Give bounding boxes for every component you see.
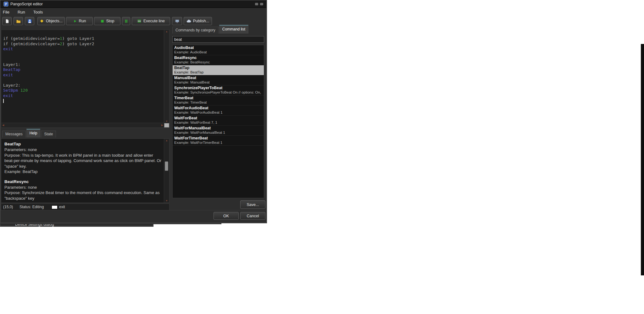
command-name: WaitForBeat [174,116,262,121]
pangoscript-editor-window: PangoScript editor FileRunTools Objects.… [0,0,267,223]
command-example: Example: AudioBeat [174,50,262,54]
editor-bottom-tab[interactable]: State [41,131,56,138]
scrollbar-corner-thumb[interactable] [164,123,169,127]
scroll-down-icon[interactable]: ▼ [164,199,169,203]
command-list-item[interactable]: WaitForTimerBeat Example: WaitForTimerBe… [173,136,264,146]
editor-status-bar: (15,0) Status: Editing exit [1,203,169,210]
command-list-item[interactable]: ManualBeat Example: ManualBeat [173,75,264,85]
save-command-button[interactable]: Save... [240,200,265,209]
footer-divider [0,210,267,210]
window-buttons[interactable] [255,3,263,5]
stop-button[interactable]: Stop [94,17,120,25]
command-list-item[interactable]: WaitForManualBeat Example: WaitForManual… [173,126,264,136]
window-title: PangoScript editor [10,2,43,6]
menu-bar: FileRunTools [0,8,43,15]
execute-line-button[interactable]: Execute line [132,17,170,25]
cursor-word: exit [59,205,65,209]
command-panel-tab[interactable]: Commands by category [172,27,219,34]
command-reference-panel: Commands by categoryCommand list AudioBe… [172,25,265,198]
save-button[interactable] [25,17,34,25]
command-list-item[interactable]: SynchronizePlayerToBeat Example: Synchro… [173,85,264,95]
command-name: WaitForTimerBeat [174,136,262,141]
open-button[interactable] [14,17,23,25]
command-search-input[interactable] [172,36,264,43]
command-list-item[interactable]: TimerBeat Example: TimerBeat [173,95,264,106]
command-panel-tab[interactable]: Command list [219,25,248,34]
save-icon [27,19,32,24]
help-panel: BeatTapParameters: nonePurpose: This is … [1,138,169,203]
command-name: TimerBeat [174,96,262,100]
editor-bottom-tab[interactable]: Help [26,129,41,138]
window-button-icon [260,3,263,5]
stop-icon [100,19,104,23]
command-list-item[interactable]: BeatTap Example: BeatTap [173,65,264,75]
menu-item[interactable]: Tools [33,10,43,14]
command-name: AudioBeat [174,46,262,50]
command-example: Example: WaitForAudioBeat 1 [174,111,262,115]
command-example: Example: SynchronizePlayerToBeat On // o… [174,90,262,95]
objects-icon [40,19,44,23]
command-name: BeatTap [174,66,262,70]
command-example: Example: TimerBeat [174,100,262,105]
text-caret [3,99,4,103]
editor-window-titlebar[interactable]: PangoScript editor [0,0,266,8]
command-name: SynchronizePlayerToBeat [174,86,262,90]
play-icon [73,19,77,23]
code-editor-lines[interactable]: if (getmididevicelayer=1) goto Layer1if … [1,30,164,123]
editor-bottom-tab[interactable]: Messages [2,131,26,138]
command-list-item[interactable]: WaitForAudioBeat Example: WaitForAudioBe… [173,106,264,116]
cursor-position: (15,0) [3,205,13,209]
command-name: BeatResync [174,56,262,60]
cloud-icon [186,19,191,23]
cursor-color-swatch [52,205,58,209]
command-example: Example: WaitForBeat 7, 1 [174,121,262,125]
new-button[interactable] [2,17,12,25]
objects-button[interactable]: Objects... [37,17,65,25]
scroll-up-icon[interactable]: ▲ [164,30,169,33]
command-example: Example: ManualBeat [174,80,262,84]
command-list: AudioBeat Example: AudioBeat BeatResync … [172,45,264,198]
command-panel-tabs: Commands by categoryCommand list [172,25,249,34]
command-list-item[interactable]: AudioBeat Example: AudioBeat [173,45,264,55]
remote-view-button[interactable] [172,17,182,25]
scroll-down-icon[interactable]: ▼ [164,120,169,123]
command-example: Example: BeatTap [174,70,262,74]
menu-item[interactable]: File [3,10,9,14]
publish-button[interactable]: Publish... [184,17,212,25]
pause-button[interactable] [122,17,130,25]
editor-bottom-tabs: MessagesHelpState [2,129,57,138]
window-button-icon [255,3,258,5]
command-list-item[interactable]: BeatResync Example: BeatResync [173,55,264,65]
command-example: Example: WaitForTimerBeat 1 [174,141,262,145]
editor-horizontal-scrollbar[interactable]: ◀ ▶ [1,123,164,127]
command-list-item[interactable]: WaitForBeat Example: WaitForBeat 7, 1 [173,116,264,126]
command-example: Example: WaitForManualBeat 1 [174,131,262,135]
help-scrollbar[interactable]: ▲ ▼ [164,139,169,203]
run-button[interactable]: Run [66,17,93,25]
app-icon [3,2,8,7]
scroll-right-icon[interactable]: ▶ [161,123,163,127]
background-strip [641,44,644,275]
command-name: WaitForManualBeat [174,126,262,131]
editor-status: Status: Editing [19,205,44,209]
menu-item[interactable]: Run [18,10,25,14]
monitor-icon [175,19,180,24]
editor-vertical-scrollbar[interactable]: ▲ ▼ [164,30,169,123]
help-content: BeatTapParameters: nonePurpose: This is … [4,141,162,203]
new-file-icon [5,19,9,24]
pause-icon [124,19,128,23]
command-name: WaitForAudioBeat [174,106,262,111]
open-folder-icon [16,19,21,24]
command-name: ManualBeat [174,76,262,80]
cancel-button[interactable]: Cancel [240,212,265,220]
code-editor[interactable]: if (getmididevicelayer=1) goto Layer1if … [1,30,169,128]
execute-line-icon [137,19,142,23]
desktop: "(none)" settings MainMIDI "Metronome"Sc… [0,0,644,314]
scroll-up-icon[interactable]: ▲ [164,139,169,142]
scroll-left-icon[interactable]: ◀ [2,123,4,127]
scrollbar-thumb[interactable] [165,161,168,171]
command-example: Example: BeatResync [174,60,262,64]
ok-button[interactable]: OK [214,212,239,220]
